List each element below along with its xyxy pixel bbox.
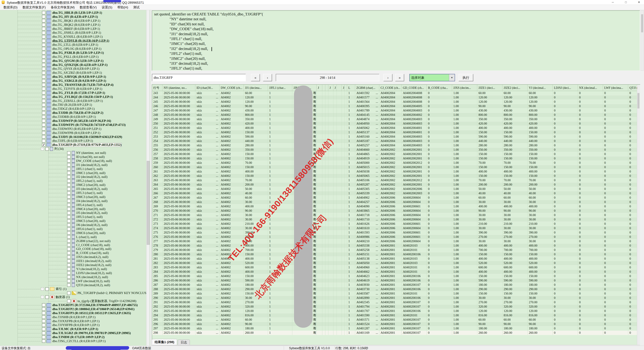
table-row[interactable]: 2562025-05-06 00:00:00xklz...A04002350.0…	[152, 148, 640, 152]
tree-item[interactable]: dbo.TG_OPLOG (R:0,ER:0/P:1,EP:1)	[0, 47, 146, 51]
execute-button[interactable]: 执行	[458, 74, 473, 81]
object-name-input[interactable]	[152, 74, 246, 81]
tree-item[interactable]: PK_TJJGRFP (Indid=2, PRIMARY KEY NONCLUS…	[0, 291, 146, 295]
tree-item[interactable]: ZGBM (char(22), not null)	[0, 239, 146, 243]
grid-column-header[interactable]: J	[328, 85, 334, 91]
tree-checkbox[interactable]	[67, 167, 70, 171]
tree-checkbox[interactable]	[42, 27, 46, 30]
next-page-button[interactable]: ›	[384, 74, 392, 81]
menu-item[interactable]: 设置(S)	[99, 5, 115, 10]
tree-item[interactable]: QTJJ (decimal(18,2), null)	[0, 283, 146, 287]
tree-item[interactable]: B_CODE (char(18), null)	[0, 251, 146, 255]
tree-checkbox[interactable]	[67, 215, 70, 219]
tree-item[interactable]: dbo.TG_PXLL (R:0,ER:0/P:1,EP:1)	[0, 55, 146, 59]
tree-item[interactable]: JJFL4 (char(1), null)	[0, 203, 146, 207]
table-row[interactable]: 2522025-05-06 00:00:00xklz...A04002150.0…	[152, 130, 640, 135]
minimize-button[interactable]: ─	[608, 0, 618, 4]
tree-checkbox[interactable]	[42, 139, 46, 143]
tree-checkbox[interactable]	[45, 287, 49, 291]
tree-item[interactable]: dbo.TJJFL (R:0,ER:0/P:1,EP:1)	[0, 139, 146, 143]
table-row[interactable]: 2512025-05-06 00:00:00xklz...A04002400.0…	[152, 126, 640, 130]
tree-item[interactable]: dbo.THJ (R:20,ER:0/P:2,EP:1)	[0, 103, 146, 107]
tree-item[interactable]: JJFL2 (char(1), null)	[0, 179, 146, 183]
collapse-icon[interactable]: −	[41, 296, 44, 299]
tree-item[interactable]: JJFL1 (char(1), null)	[0, 167, 146, 171]
table-row[interactable]: 2702025-05-06 00:00:00xklz...A0400290.00…	[152, 209, 640, 213]
tree-item[interactable]: dbo.TJJGRFP1 (R:3725366,ER:3709449/P:488…	[0, 303, 146, 307]
tree-checkbox[interactable]	[42, 23, 46, 26]
grid-column-header[interactable]: LDJSJ (deci...	[553, 85, 578, 91]
table-row[interactable]: 2922025-05-06 00:00:00xklz...A04002320.0…	[152, 305, 640, 309]
table-row[interactable]: 2622025-05-06 00:00:00xklz...A04002150.0…	[152, 174, 640, 178]
tree-checkbox[interactable]	[67, 255, 70, 259]
tree-checkbox[interactable]	[42, 115, 46, 119]
table-row[interactable]: 2862025-05-06 00:00:00xklz...A04002590.0…	[152, 278, 640, 283]
grid-column-header[interactable]: ID (char(30...	[196, 85, 220, 91]
tree-item[interactable]: −列 (34)	[0, 147, 146, 151]
tree-item[interactable]: ✓dbo.TJJGRFP (R:27319,ER:9776/P:4033,EP:…	[0, 143, 146, 147]
tree-checkbox[interactable]	[67, 251, 70, 255]
menu-item[interactable]: 测试	[131, 5, 142, 10]
grid-column-header[interactable]: JJFL1 (char...	[268, 85, 292, 91]
tree-checkbox[interactable]	[67, 223, 70, 227]
tree-item[interactable]: JJMC4 (char(20), null)	[0, 207, 146, 211]
tree-item[interactable]: JJZE1 (decimal(18,2), null)	[0, 259, 146, 263]
tree-checkbox[interactable]	[42, 67, 46, 70]
tree-item[interactable]: dbo.TG_PXBLB (R:5,ER:5/P:1,EP:1)	[0, 51, 146, 55]
menu-item[interactable]: 数据文件恢复(F)	[20, 5, 48, 10]
grid-column-header[interactable]: B_CODE (cha...	[427, 85, 452, 91]
tree-checkbox[interactable]	[42, 311, 46, 315]
grid-column-header[interactable]: J	[334, 85, 337, 91]
tree-checkbox[interactable]	[42, 339, 46, 343]
tree-checkbox[interactable]	[67, 175, 70, 179]
tree-item[interactable]: dbo.TG_TZJYFX (R:0,ER:0/P:1,EP:1)	[0, 87, 146, 91]
grid-column-header[interactable]: YJ (decimal...	[528, 85, 553, 91]
table-row[interactable]: 2452025-05-06 00:00:00xklz...A04002120.0…	[152, 100, 640, 104]
table-row[interactable]: 2802025-05-06 00:00:00xklz...A04002150.0…	[152, 252, 640, 257]
tree-item[interactable]: dbo.TJJGRFP3 (R:105112,ER:105112/P:13635…	[0, 311, 146, 315]
table-row[interactable]: 2582025-05-06 00:00:00xklz...A04002150.0…	[152, 156, 640, 161]
tree-item[interactable]: dbo.TJJDY (R:161100,ER:158398/P:6363,EP:…	[0, 135, 146, 139]
tab-result-set[interactable]: 结果集1 (298)	[152, 339, 177, 345]
sql-scrollbar[interactable]	[641, 10, 644, 71]
grid-column-header[interactable]	[344, 85, 347, 91]
tree-checkbox[interactable]	[45, 295, 49, 299]
tree-checkbox[interactable]	[67, 199, 70, 203]
dropdown-arrow-icon[interactable]: ▼	[449, 74, 455, 81]
tree-item[interactable]: dbo.TG_SJCZRZ (R:0,ER:0/P:1,EP:1)	[0, 71, 146, 75]
tree-item[interactable]: LDJSJ (decimal(18,2), null)	[0, 271, 146, 275]
grid-vertical-scrollbar[interactable]	[637, 85, 640, 345]
tree-item[interactable]: JJ5 (decimal(18,2), null)	[0, 211, 146, 215]
tree-item[interactable]: JJZE2 (decimal(18,2), null)	[0, 263, 146, 267]
grid-column-header[interactable]: L	[347, 85, 355, 91]
tree-item[interactable]: dbo.TG_JBREF (R:0,ER:0/P:1,EP:1)	[0, 27, 146, 31]
tree-item[interactable]: JJMC3 (char(20), null)	[0, 195, 146, 199]
tree-checkbox[interactable]	[42, 127, 46, 131]
tree-item[interactable]: JJMC2 (char(20), null)	[0, 183, 146, 187]
table-row[interactable]: 2902025-05-06 00:00:00xklz...A0400230.00…	[152, 296, 640, 300]
grid-column-header[interactable]: 行号	[152, 85, 162, 91]
grid-column-header[interactable]	[337, 85, 342, 91]
tree-checkbox[interactable]	[67, 207, 70, 211]
tree-checkbox[interactable]	[42, 336, 46, 339]
tree-checkbox[interactable]	[67, 259, 70, 263]
tree-item[interactable]: dbo.TG_QYSX (R:0,ER:0/P:1,EP:1)	[0, 67, 146, 71]
tree-checkbox[interactable]	[42, 83, 46, 86]
grid-column-header[interactable]	[322, 85, 325, 91]
tree-checkbox[interactable]	[42, 91, 46, 94]
tree-item[interactable]: dbo.TJNBM (R:173,ER:109/P:3,EP:2)	[0, 335, 146, 339]
tree-item[interactable]: −触发器 (1)	[0, 295, 146, 299]
tree-item[interactable]: dbo.TG_SJRYQK (R:9,ER:9/P:1,EP:1)	[0, 75, 146, 79]
menu-item[interactable]: 备份文件恢复(M)	[48, 5, 77, 10]
table-row[interactable]: 2502025-05-06 00:00:00xklz...A04002420.0…	[152, 121, 640, 126]
tree-checkbox[interactable]	[42, 63, 46, 66]
grid-column-header[interactable]: ZGBM (char(...	[355, 85, 379, 91]
tree-item[interactable]: JJMC1 (char(20), null)	[0, 171, 146, 175]
tree-item[interactable]: NX (decimal(18,2), null)	[0, 275, 146, 279]
table-row[interactable]: 2882025-05-06 00:00:00xklz...A04002290.0…	[152, 287, 640, 292]
table-row[interactable]: 2772025-05-06 00:00:00xklz...A0400230.00…	[152, 239, 640, 244]
tree-checkbox[interactable]	[42, 111, 46, 115]
tree-checkbox[interactable]	[42, 99, 46, 103]
tree-item[interactable]: ID (char(30), not null)	[0, 155, 146, 159]
table-row[interactable]: 2872025-05-06 00:00:00xklz...A04002180.0…	[152, 283, 640, 287]
